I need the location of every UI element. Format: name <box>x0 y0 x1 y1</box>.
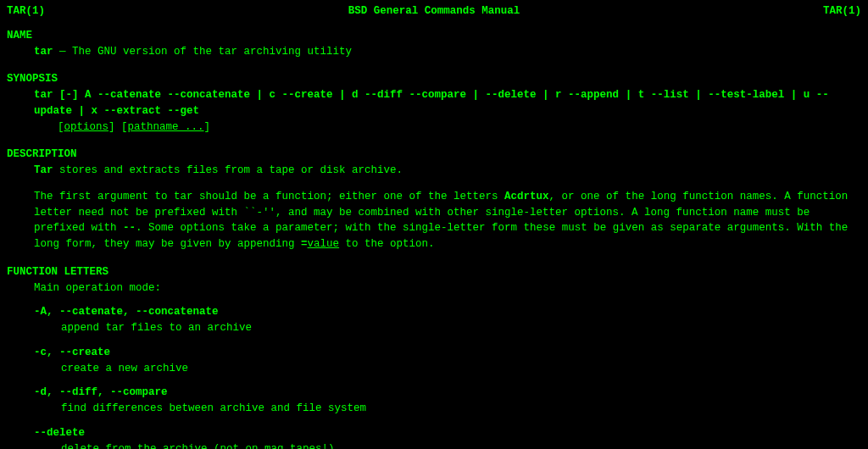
name-desc: The GNU version of the tar archiving uti… <box>72 46 352 58</box>
section-name-title: NAME <box>7 28 861 44</box>
section-function-letters-title: FUNCTION LETTERS <box>7 264 861 280</box>
desc-p2d: -- <box>123 222 136 234</box>
desc-para2: The first argument to tar should be a fu… <box>7 189 861 252</box>
func-item-flags: -A, --catenate, --concatenate <box>7 304 861 320</box>
func-list: -A, --catenate, --concatenateappend tar … <box>7 304 861 449</box>
syn-pathname-link: pathname ... <box>128 121 204 133</box>
func-item: -A, --catenate, --concatenateappend tar … <box>7 304 861 336</box>
func-intro: Main operation mode: <box>7 280 861 297</box>
syn-cmd: tar <box>34 89 53 101</box>
syn-options-link: options <box>64 121 109 133</box>
syn-br3: ] <box>204 121 211 133</box>
func-item-flags: -c, --create <box>7 345 861 361</box>
name-line: tar — The GNU version of the tar archivi… <box>7 44 861 60</box>
func-item-desc: append tar files to an archive <box>7 320 861 336</box>
desc-p2b: Acdrtux <box>504 191 549 202</box>
func-item-desc: create a new archive <box>7 361 861 377</box>
syn-rest: [-] A --catenate --concatenate | c --cre… <box>34 89 829 117</box>
desc-p2e: . Some options take a parameter; with th… <box>34 222 848 250</box>
synopsis-line1: tar [-] A --catenate --concatenate | c -… <box>7 87 861 119</box>
desc-para1: Tar stores and extracts files from a tap… <box>7 163 861 179</box>
func-item: -c, --createcreate a new archive <box>7 345 861 377</box>
desc-p2f: = <box>301 238 308 250</box>
header-left: TAR(1) <box>7 3 45 19</box>
header-right: TAR(1) <box>823 3 861 19</box>
syn-br1: [ <box>58 121 64 133</box>
name-cmd: tar <box>34 46 53 58</box>
func-item-flags: --delete <box>7 425 861 441</box>
desc-p1b: stores and extracts files from a tape or… <box>53 164 403 176</box>
synopsis-line2: [options] [pathname ...] <box>7 119 861 136</box>
desc-p2h: to the option. <box>339 238 435 250</box>
func-item: -d, --diff, --comparefind differences be… <box>7 385 861 417</box>
desc-p1a: Tar <box>34 164 53 176</box>
section-description-title: DESCRIPTION <box>7 147 861 163</box>
name-dash: — <box>53 46 73 58</box>
func-item-desc: delete from the archive (not on mag tape… <box>7 441 861 450</box>
header-center: BSD General Commands Manual <box>348 3 520 19</box>
func-item: --deletedelete from the archive (not on … <box>7 425 861 449</box>
desc-p2a: The first argument to tar should be a fu… <box>34 191 504 202</box>
manpage-header: TAR(1) BSD General Commands Manual TAR(1… <box>7 3 861 19</box>
section-synopsis-title: SYNOPSIS <box>7 71 861 87</box>
syn-br2: ] [ <box>108 121 128 133</box>
func-item-desc: find differences between archive and fil… <box>7 401 861 417</box>
desc-p2g: value <box>308 238 340 250</box>
func-item-flags: -d, --diff, --compare <box>7 385 861 401</box>
